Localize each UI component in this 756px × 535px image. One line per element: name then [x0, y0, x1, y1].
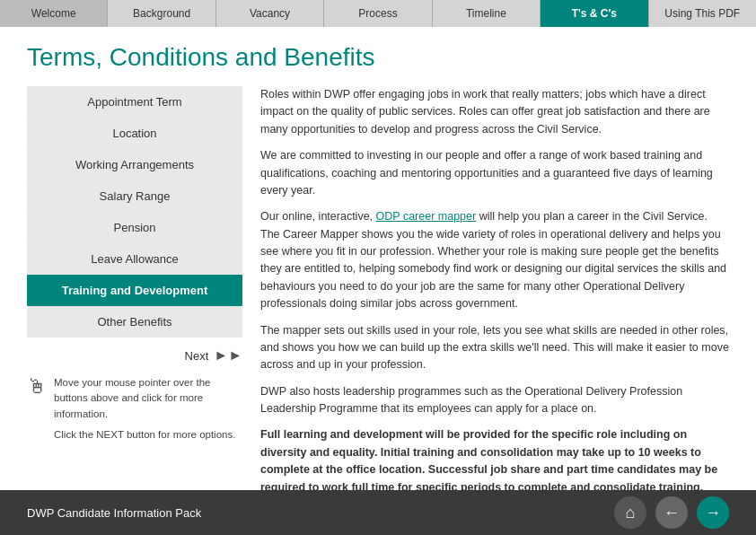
- sidebar-item-other-benefits[interactable]: Other Benefits: [27, 306, 242, 338]
- back-icon: ←: [664, 504, 680, 522]
- hint-text-block: Move your mouse pointer over the buttons…: [54, 375, 242, 443]
- nav-item-timeline[interactable]: Timeline: [433, 0, 541, 27]
- nav-item-using-this-pdf[interactable]: Using This PDF: [649, 0, 756, 27]
- hint-text-1: Move your mouse pointer over the buttons…: [54, 375, 242, 422]
- sidebar-item-working-arrangements[interactable]: Working Arrangements: [27, 149, 242, 180]
- content-area: Appointment TermLocationWorking Arrangem…: [27, 86, 729, 505]
- main-content: Terms, Conditions and Benefits Appointme…: [0, 27, 756, 490]
- top-nav: WelcomeBackgroundVacancyProcessTimelineT…: [0, 0, 756, 27]
- back-button[interactable]: ←: [655, 496, 688, 529]
- nav-item-welcome[interactable]: Welcome: [0, 0, 108, 27]
- hint-text-2: Click the NEXT button for more options.: [54, 427, 242, 443]
- footer-title: DWP Candidate Information Pack: [27, 506, 201, 520]
- sidebar-item-appointment-term[interactable]: Appointment Term: [27, 86, 242, 118]
- page-title: Terms, Conditions and Benefits: [27, 43, 729, 72]
- nav-item-process[interactable]: Process: [324, 0, 432, 27]
- sidebar-hint: 🖱 Move your mouse pointer over the butto…: [27, 375, 242, 443]
- content-paragraph-4: DWP also hosts leadership programmes suc…: [260, 383, 729, 418]
- footer-nav: ⌂ ← →: [614, 496, 729, 529]
- next-label: Next: [185, 349, 209, 363]
- nav-item-t's-&-c's[interactable]: T's & C's: [541, 0, 648, 27]
- odp-career-mapper-link[interactable]: ODP career mapper: [376, 210, 477, 223]
- home-icon: ⌂: [626, 504, 636, 522]
- sidebar-item-leave-allowance[interactable]: Leave Allowance: [27, 243, 242, 275]
- sidebar: Appointment TermLocationWorking Arrangem…: [27, 86, 242, 505]
- next-arrow-icon: ►►: [214, 347, 242, 364]
- nav-item-background[interactable]: Background: [108, 0, 215, 27]
- forward-icon: →: [705, 504, 721, 522]
- right-content: Roles within DWP offer engaging jobs in …: [260, 86, 729, 505]
- next-nav[interactable]: Next ►►: [27, 347, 242, 364]
- sidebar-item-salary-range[interactable]: Salary Range: [27, 180, 242, 212]
- sidebar-items: Appointment TermLocationWorking Arrangem…: [27, 86, 242, 338]
- mouse-icon: 🖱: [27, 375, 47, 399]
- content-paragraph-0: Roles within DWP offer engaging jobs in …: [260, 86, 729, 138]
- nav-item-vacancy[interactable]: Vacancy: [216, 0, 324, 27]
- sidebar-item-training-and-development[interactable]: Training and Development: [27, 275, 242, 306]
- content-paragraph-1: We are committed to investing in our peo…: [260, 147, 729, 199]
- sidebar-item-location[interactable]: Location: [27, 118, 242, 149]
- content-paragraph-2: Our online, interactive, ODP career mapp…: [260, 208, 729, 312]
- home-button[interactable]: ⌂: [614, 496, 646, 529]
- sidebar-item-pension[interactable]: Pension: [27, 212, 242, 243]
- forward-button[interactable]: →: [697, 496, 729, 529]
- content-paragraph-3: The mapper sets out skills used in your …: [260, 322, 729, 374]
- content-paragraph-5: Full learning and development will be pr…: [260, 426, 729, 496]
